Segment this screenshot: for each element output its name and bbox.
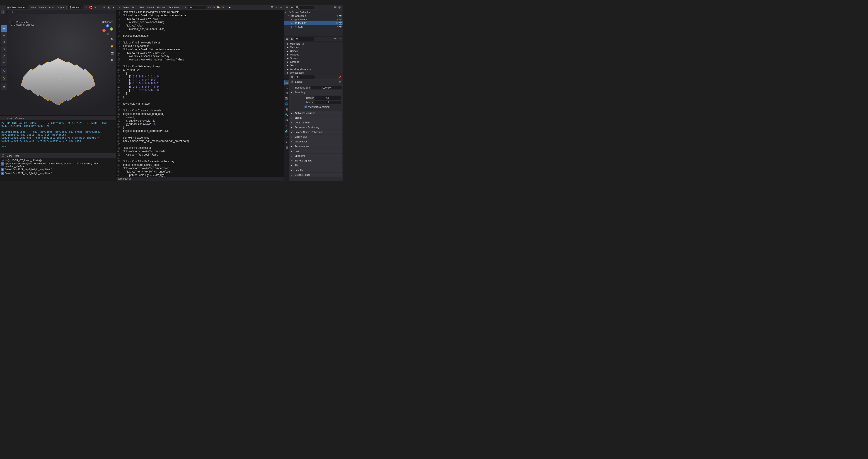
outliner-body[interactable]: ▾🗀 Scene Collection ▾📦Collection👁📷▸📷Came… [284, 10, 343, 36]
tab-render[interactable]: 📺 [284, 80, 289, 85]
panel-row[interactable]: ▸Subsurface Scattering [290, 125, 342, 130]
render-icon[interactable]: 📷 [339, 18, 342, 21]
tab-mesh[interactable]: ▽ [284, 134, 289, 139]
select-box-tool[interactable]: ▭ [1, 25, 7, 32]
data-row[interactable]: ▸Texts [284, 64, 343, 67]
panel-row[interactable]: ▸Bloom [290, 116, 342, 120]
expand-icon[interactable]: ▸ [287, 61, 289, 63]
eye-icon[interactable]: 👁 [336, 22, 339, 25]
menu-templates[interactable]: Templates [167, 6, 181, 9]
panel-row[interactable]: ▸Depth of Field [290, 120, 342, 125]
menu-edit[interactable]: Edit [138, 6, 145, 9]
panel-row[interactable]: ▸Hair [290, 149, 342, 153]
menu-view[interactable]: View [5, 154, 13, 158]
filter-icon[interactable]: 𝍢 [333, 37, 337, 41]
proportional-icon[interactable]: ◎ [93, 5, 97, 9]
tab-output[interactable]: 🖨 [284, 85, 289, 90]
tab-particles[interactable]: ✨ [284, 118, 289, 123]
data-row[interactable]: ▸Objects [284, 49, 343, 53]
tab-constraints[interactable]: 🔗 [284, 129, 289, 134]
tree-row[interactable]: ▸☀Sun👁📷 [284, 25, 343, 29]
menu-view[interactable]: View [29, 6, 37, 9]
render-engine-dropdown[interactable]: Eevee ▾ [311, 86, 342, 90]
tab-view-layer[interactable]: 🖼 [284, 91, 289, 96]
pan-icon[interactable]: ✋ [110, 43, 115, 49]
display-mode-icon[interactable]: 🖿 [289, 37, 293, 41]
menu-text[interactable]: Text [130, 6, 138, 9]
unlink-icon[interactable]: ✕ [221, 5, 225, 9]
syntax-icon[interactable]: ≡ [279, 5, 283, 9]
panel-row[interactable]: ▸Indirect Lighting [290, 158, 342, 163]
info-line[interactable]: iSaved "aoc2021_day9_height_map.blend" [1, 168, 115, 172]
new-icon[interactable]: 🗋 [212, 5, 216, 9]
tab-scene[interactable]: 🎬 [284, 96, 289, 101]
text-editor[interactable]: 7891011121314151617181920212223242526272… [117, 10, 284, 177]
select-mode-2-icon[interactable]: ▢ [5, 10, 9, 14]
open-icon[interactable]: 📂 [216, 5, 220, 9]
checkbox-icon[interactable]: ✓ [305, 105, 307, 108]
new-collection-icon[interactable]: ➕ [338, 5, 342, 9]
select-mode-3-icon[interactable]: ▢ [9, 10, 13, 14]
panel-sampling[interactable]: ▾Sampling [290, 90, 342, 95]
expand-icon[interactable]: ▸ [287, 57, 289, 60]
panel-row[interactable]: ▸Volumetrics [290, 139, 342, 144]
data-row[interactable]: ▸Meshes [284, 45, 343, 49]
menu-object[interactable]: Object [55, 6, 65, 9]
editor-type-icon[interactable]: ⚙ [290, 75, 294, 79]
more-icon[interactable]: ⋯ [338, 37, 342, 41]
run-script-button[interactable]: ▶ [227, 5, 231, 9]
editor-type-icon[interactable]: ⬚ [1, 5, 5, 9]
data-row[interactable]: ▸Materials2 [284, 42, 343, 45]
tab-physics[interactable]: ⚛ [284, 123, 289, 128]
xray-icon[interactable]: ◧ [107, 5, 111, 9]
expand-icon[interactable]: ▸ [287, 50, 289, 53]
snap-icon[interactable]: 🧲 [89, 5, 93, 9]
console-output[interactable]: PYTHON INTERACTIVE CONSOLE 3.9.7 (defaul… [0, 121, 116, 153]
menu-view[interactable]: View [5, 117, 13, 120]
expand-icon[interactable]: ▾ [288, 14, 290, 18]
editor-type-icon[interactable]: ⓘ [1, 154, 5, 158]
mode-dropdown[interactable]: ▦Object Mode▾ [6, 5, 28, 9]
pin-icon[interactable]: 📌 [338, 80, 341, 83]
menu-format[interactable]: Format [156, 6, 166, 9]
expand-icon[interactable]: ▸ [287, 42, 289, 45]
eye-icon[interactable]: 👁 [336, 18, 339, 21]
text-datablock-icon[interactable]: 🗎 [183, 5, 187, 9]
move-tool[interactable]: ✥ [1, 39, 7, 45]
render-icon[interactable]: 📷 [339, 22, 342, 25]
expand-icon[interactable]: ▸ [287, 46, 289, 49]
pivot-icon[interactable]: ⊙ [84, 5, 88, 9]
data-row[interactable]: ▸Window Managers [284, 67, 343, 71]
data-outliner-body[interactable]: ▸Materials2▸Meshes▸Objects▸Palettes▸Scen… [284, 41, 343, 75]
panel-row[interactable]: ▸Shadows [290, 154, 342, 158]
panel-row[interactable]: ▸Simplify [290, 168, 342, 172]
tab-modifiers[interactable]: 🔧 [284, 112, 289, 117]
render-icon[interactable]: 📷 [339, 14, 342, 18]
editor-type-icon[interactable]: ≡ [117, 5, 121, 9]
tree-row[interactable]: ▸▽Grid.001👁📷 [284, 21, 343, 25]
menu-select[interactable]: Select [146, 6, 155, 9]
editor-type-icon[interactable]: ≡ [1, 116, 5, 120]
panel-row[interactable]: ▸Ambient Occlusion [290, 111, 342, 115]
cursor-tool[interactable]: ✛ [1, 32, 7, 38]
filter-icon[interactable]: 𝍢 [333, 5, 337, 9]
display-mode-icon[interactable]: 🖿 [289, 5, 293, 9]
shield-icon[interactable]: 🛡 [207, 5, 211, 9]
editor-type-icon[interactable]: ≣ [285, 37, 289, 41]
tab-texture[interactable]: ▦ [284, 145, 289, 150]
viewport-samples-field[interactable]: 16 [314, 101, 341, 104]
render-icon[interactable]: 📷 [339, 25, 342, 28]
select-mode-1-icon[interactable]: ▢ [1, 10, 4, 14]
panel-row[interactable]: ▸Screen Space Reflections [290, 130, 342, 134]
orientation-dropdown[interactable]: ⚲Global▾ [68, 5, 83, 9]
search-input[interactable]: 🔍 [294, 75, 315, 79]
menu-console[interactable]: Console [14, 117, 26, 120]
expand-icon[interactable]: ▸ [287, 64, 289, 67]
pin-icon[interactable]: 📌 [338, 75, 342, 79]
text-name-field[interactable]: Text [188, 6, 207, 9]
expand-icon[interactable]: ▸ [291, 25, 293, 28]
eye-icon[interactable]: 👁 [336, 14, 339, 18]
tab-material[interactable]: ● [284, 139, 289, 144]
editor-type-icon[interactable]: ≣ [285, 5, 289, 9]
rotate-tool[interactable]: ⟲ [1, 46, 7, 52]
